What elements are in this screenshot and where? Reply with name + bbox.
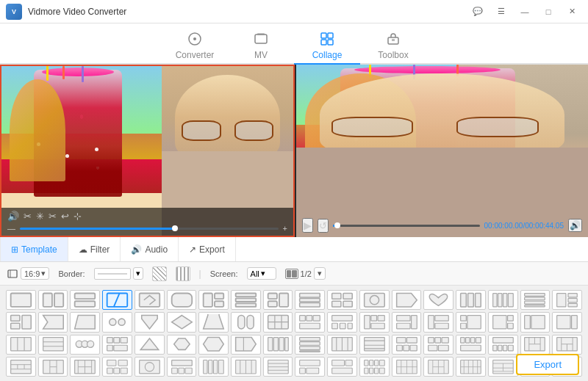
layout-r4-7[interactable] [198, 357, 229, 377]
volume-button[interactable]: 🔊 [7, 211, 19, 222]
left-video-panel[interactable]: 🔊 ✂ ✳ ✂ ↩ ⊹ — + [0, 65, 295, 237]
menu-button[interactable]: ☰ [491, 4, 512, 19]
layout-circle-rect[interactable] [359, 290, 390, 310]
layout-r2-14[interactable] [423, 312, 453, 332]
layout-r3-9[interactable] [263, 335, 293, 355]
right-play-button[interactable]: ▶ [302, 218, 313, 233]
layout-r2-13[interactable] [392, 312, 422, 332]
layout-r4-1[interactable] [6, 357, 36, 377]
layout-single[interactable] [6, 290, 36, 310]
pattern-lines-button[interactable] [176, 266, 190, 281]
undo-button[interactable]: ↩ [61, 211, 69, 222]
layout-2col[interactable] [38, 290, 68, 310]
close-button[interactable]: ✕ [562, 4, 582, 19]
layout-r4-8[interactable] [231, 357, 261, 377]
layout-r2-11[interactable] [327, 312, 357, 332]
pattern-grid-button[interactable] [152, 266, 167, 281]
layout-r2-16[interactable] [488, 312, 518, 332]
layout-r2-1[interactable] [6, 312, 36, 332]
layout-arrow-right[interactable] [392, 290, 422, 310]
border-line-preview[interactable] [94, 268, 131, 280]
layout-4row[interactable] [520, 290, 551, 310]
progress-bar[interactable] [20, 228, 279, 230]
layout-rounded[interactable] [167, 290, 197, 310]
layout-2plus1[interactable] [198, 290, 229, 310]
layout-r3-18[interactable] [552, 335, 582, 355]
layout-r3-13[interactable] [392, 335, 422, 355]
layout-r3-2[interactable] [38, 335, 68, 355]
layout-r3-1[interactable] [6, 335, 36, 355]
layout-r2-4[interactable] [102, 312, 132, 332]
layout-r4-4[interactable] [102, 357, 132, 377]
right-loop-button[interactable]: ↺ [318, 219, 329, 233]
layout-r4-5[interactable] [135, 357, 165, 377]
layout-mix-2-3[interactable] [552, 290, 582, 310]
layout-r2-2[interactable] [38, 312, 68, 332]
layout-r4-6[interactable] [167, 357, 197, 377]
layout-2x2[interactable] [327, 290, 357, 310]
layout-r3-11[interactable] [327, 335, 357, 355]
scissors-button[interactable]: ✂ [49, 211, 57, 222]
right-video-panel[interactable]: ▶ ↺ 00:00:00.00/00:00:44.05 🔊 [296, 65, 588, 237]
layout-r3-12[interactable] [359, 335, 390, 355]
layout-r3-14[interactable] [423, 335, 453, 355]
layout-1plus2[interactable] [263, 290, 293, 310]
filter-button[interactable]: ☁ Filter [68, 237, 121, 261]
layout-r2-5[interactable] [135, 312, 165, 332]
layout-r2-17[interactable] [520, 312, 551, 332]
template-button[interactable]: ⊞ Template [0, 237, 68, 261]
maximize-button[interactable]: □ [538, 4, 559, 19]
layout-r2-12[interactable] [359, 312, 390, 332]
layout-r2-15[interactable] [456, 312, 486, 332]
ratio-dropdown[interactable]: 16:9 ▾ [21, 267, 49, 280]
layout-r3-16[interactable] [488, 335, 518, 355]
tab-toolbox[interactable]: Toolbox [360, 28, 426, 65]
layout-r3-8[interactable] [231, 335, 261, 355]
layout-r3-5[interactable] [135, 335, 165, 355]
layout-3col[interactable] [456, 290, 486, 310]
layout-r4-15[interactable] [456, 357, 486, 377]
layout-r3-3[interactable] [70, 335, 100, 355]
layout-r3-7[interactable] [198, 335, 229, 355]
tab-converter[interactable]: Converter [162, 28, 228, 65]
tab-collage[interactable]: Collage [294, 28, 360, 65]
layout-r2-8[interactable] [231, 312, 261, 332]
layout-3row[interactable] [231, 290, 261, 310]
layout-r2-6[interactable] [167, 312, 197, 332]
export-button[interactable]: Export [516, 354, 579, 375]
tab-mv[interactable]: MV [228, 28, 294, 65]
layout-arrow[interactable] [135, 290, 165, 310]
layout-r4-3[interactable] [70, 357, 100, 377]
layout-r3-15[interactable] [456, 335, 486, 355]
cut-button[interactable]: ✂ [24, 211, 32, 222]
layout-3equalrow[interactable] [295, 290, 325, 310]
minimize-button[interactable]: — [514, 4, 535, 19]
pointer-button[interactable]: ⊹ [74, 211, 82, 222]
layout-r2-9[interactable] [263, 312, 293, 332]
layout-r4-10[interactable] [295, 357, 325, 377]
layout-r4-14[interactable] [423, 357, 453, 377]
message-button[interactable]: 💬 [467, 4, 488, 19]
layout-r4-13[interactable] [392, 357, 422, 377]
layout-r4-16[interactable] [488, 357, 518, 377]
layout-r3-10[interactable] [295, 335, 325, 355]
audio-button[interactable]: 🔊 Audio [121, 237, 179, 261]
layout-r2-7[interactable] [198, 312, 229, 332]
layout-4col[interactable] [488, 290, 518, 310]
layout-r3-17[interactable] [520, 335, 551, 355]
layout-r3-6[interactable] [167, 335, 197, 355]
sparkle-button[interactable]: ✳ [36, 211, 44, 222]
screen-dropdown[interactable]: All ▾ [247, 267, 276, 280]
layout-r4-9[interactable] [263, 357, 293, 377]
layout-r3-4[interactable] [102, 335, 132, 355]
layout-r4-11[interactable] [327, 357, 357, 377]
border-dropdown[interactable]: ▾ [133, 267, 143, 280]
right-progress-bar[interactable] [333, 225, 480, 227]
layout-r2-18[interactable] [552, 312, 582, 332]
layout-r2-3[interactable] [70, 312, 100, 332]
layout-r2-10[interactable] [295, 312, 325, 332]
layout-r4-2[interactable] [38, 357, 68, 377]
layout-heart[interactable] [423, 290, 453, 310]
layout-2row[interactable] [70, 290, 100, 310]
right-volume-button[interactable]: 🔊 [568, 219, 582, 232]
